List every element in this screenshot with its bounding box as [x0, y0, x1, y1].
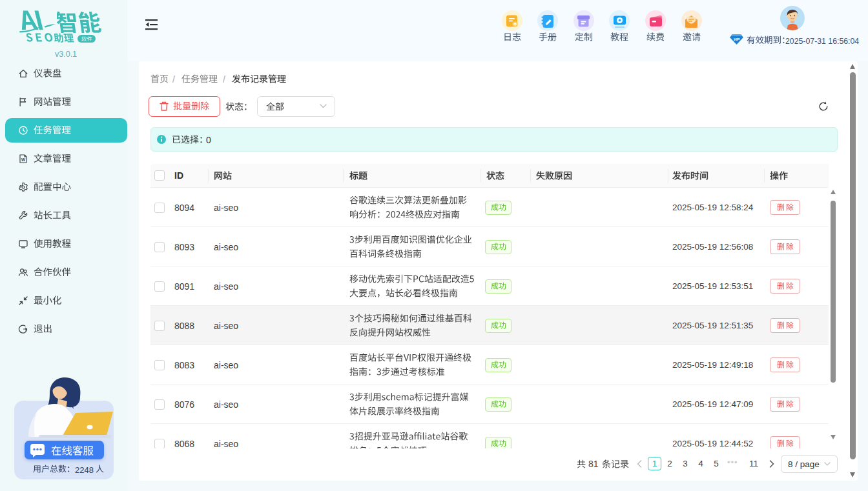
svg-text:VIP: VIP — [734, 37, 741, 41]
svg-text:W: W — [21, 157, 26, 162]
